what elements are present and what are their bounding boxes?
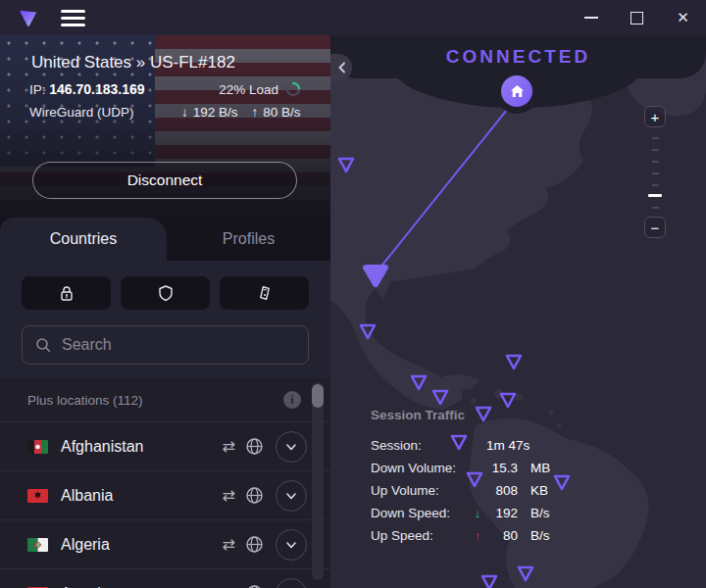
up-arrow-icon: ↑ [252,105,259,120]
tor-onion-icon [256,284,274,302]
titlebar: ✕ [0,0,706,35]
home-icon [510,84,525,98]
disconnect-button[interactable]: Disconnect [32,162,297,199]
country-row[interactable]: Albania ⇄ [0,470,330,519]
ip-address: IP: 146.70.183.169 [29,81,145,97]
server-load: 22% Load [219,81,301,97]
netshield-filter-button[interactable] [121,276,210,310]
session-traffic-panel: Session Traffic Session: 1m 47s Down Vol… [371,408,566,547]
chevron-down-icon [284,538,298,552]
connected-location-pin[interactable] [501,75,532,107]
zoom-level-indicator[interactable] [648,194,662,197]
flag-albania-icon [27,489,48,503]
expand-country-button[interactable] [276,431,307,463]
down-arrow-icon: ↓ [469,506,486,520]
minimize-icon [584,17,598,19]
minimize-button[interactable] [568,0,614,35]
swap-connection-icon[interactable]: ⇄ [223,486,235,505]
protocol: WireGuard (UDP) [29,105,134,120]
world-map[interactable]: CONNECTED [330,35,706,588]
country-row[interactable]: Algeria ⇄ [0,519,330,568]
netshield-shield-icon [157,284,175,302]
load-gauge-icon [285,81,301,97]
swap-connection-icon[interactable]: ⇄ [223,535,235,554]
chevron-down-icon [284,440,298,454]
swap-connection-icon[interactable]: ⇄ [223,437,235,456]
traffic-row: Up Volume: 808 KB [371,479,566,502]
proton-vpn-logo-icon [18,7,39,28]
traffic-row: Up Speed: ↑ 80 B/s [371,524,566,547]
tab-profiles[interactable]: Profiles [167,218,330,261]
close-button[interactable]: ✕ [660,0,706,35]
globe-icon[interactable] [245,535,264,554]
search-box[interactable] [22,325,309,365]
server-name: United States » US-FL#182 [31,53,235,73]
close-icon: ✕ [677,9,689,26]
up-arrow-icon: ↑ [469,528,486,543]
down-arrow-icon: ↓ [181,105,188,120]
window-controls: ✕ [568,0,706,35]
list-header: Plus locations (112) i [0,378,330,421]
expand-country-button[interactable] [276,578,307,588]
tab-bar: Countries Profiles [0,218,330,261]
scrollbar-track[interactable] [312,382,324,580]
globe-icon[interactable] [245,486,264,505]
traffic-row: Session: 1m 47s [371,434,566,457]
expand-country-button[interactable] [276,529,307,561]
swap-connection-icon[interactable]: ⇄ [223,584,235,588]
search-input[interactable] [62,336,296,354]
map-zoom-control: + − [644,106,666,238]
traffic-row: Down Volume: 15.3 MB [371,457,566,479]
transfer-rates: ↓192 B/s ↑80 B/s [181,105,301,120]
secure-core-filter-button[interactable] [22,276,111,310]
tor-filter-button[interactable] [220,276,309,310]
expand-country-button[interactable] [276,480,307,512]
chevron-down-icon [284,489,298,503]
info-icon[interactable]: i [283,391,301,409]
zoom-in-button[interactable]: + [644,106,666,127]
maximize-icon [630,12,643,24]
tab-countries[interactable]: Countries [0,218,167,261]
session-traffic-title: Session Traffic [371,408,566,422]
scrollbar-thumb[interactable] [312,384,324,408]
sidebar: United States » US-FL#182 IP: 146.70.183… [0,35,330,588]
maximize-button[interactable] [614,0,660,35]
country-row[interactable]: Afghanistan ⇄ [0,421,330,470]
hamburger-menu-icon[interactable] [61,5,86,30]
connection-header: United States » US-FL#182 IP: 146.70.183… [0,35,330,218]
proton-vpn-window: ✕ United States » US-FL#182 IP: 146.70.1… [0,0,706,588]
search-icon [34,336,52,354]
flag-algeria-icon [27,538,48,552]
filters-panel [0,261,330,378]
secure-core-lock-icon [58,284,76,302]
flag-afghanistan-icon [27,440,48,454]
chevron-left-icon [337,62,347,74]
connection-status: CONNECTED [330,46,706,68]
country-list: Plus locations (112) i Afghanistan ⇄ [0,378,330,588]
zoom-out-button[interactable]: − [644,217,666,238]
globe-icon[interactable] [245,437,264,456]
globe-icon[interactable] [245,584,264,588]
country-row[interactable]: Angola ⇄ [0,568,330,588]
traffic-row: Down Speed: ↓ 192 B/s [371,502,566,524]
